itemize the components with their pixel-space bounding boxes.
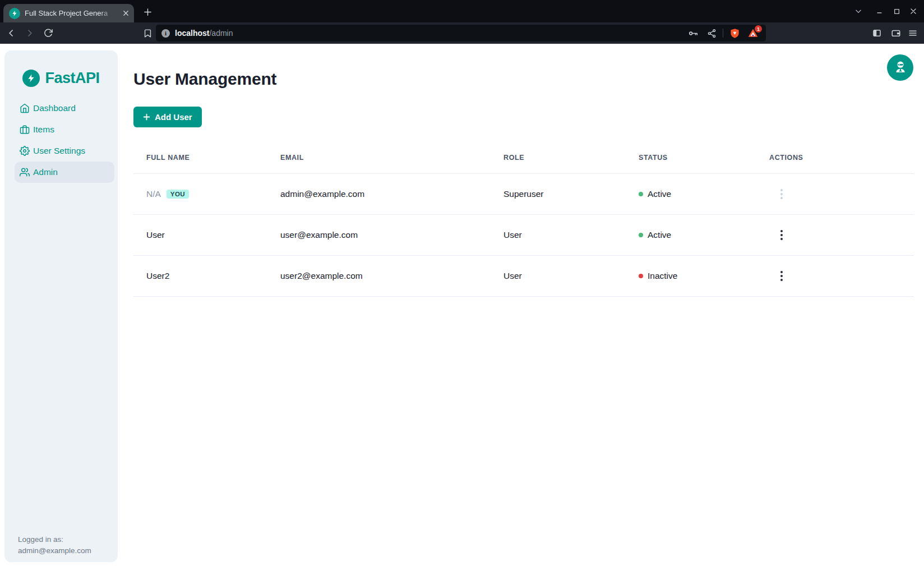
status-dot bbox=[639, 233, 643, 237]
email-cell: user2@example.com bbox=[280, 271, 503, 281]
row-actions-kebab-icon[interactable] bbox=[774, 268, 789, 284]
address-bar-actions: 1 bbox=[686, 26, 760, 40]
wallet-icon[interactable] bbox=[888, 25, 904, 42]
col-header-full-name: FULL NAME bbox=[133, 154, 280, 162]
saved-password-key-icon[interactable] bbox=[686, 26, 700, 40]
url-path: /admin bbox=[209, 29, 233, 38]
share-icon[interactable] bbox=[704, 26, 719, 40]
logged-in-email: admin@example.com bbox=[18, 545, 91, 556]
rewards-notification-badge: 1 bbox=[755, 25, 762, 33]
sidebar-item-items[interactable]: Items bbox=[15, 119, 114, 140]
page-content: FastAPI Dashboard Items bbox=[0, 44, 924, 575]
user-astronaut-icon bbox=[894, 60, 907, 75]
status-cell: Inactive bbox=[639, 271, 769, 281]
forward-icon[interactable] bbox=[21, 25, 38, 42]
sidebar-item-label: Items bbox=[33, 125, 54, 135]
site-info-icon[interactable]: i bbox=[161, 29, 170, 38]
role-cell: User bbox=[503, 230, 639, 240]
sidebar-item-dashboard[interactable]: Dashboard bbox=[15, 98, 114, 119]
page-title: User Management bbox=[133, 70, 276, 89]
sidebar-toggle-icon[interactable] bbox=[868, 25, 885, 42]
tab-title: Full Stack Project Genera bbox=[25, 9, 116, 17]
tab-search-chevron-icon[interactable] bbox=[850, 3, 867, 20]
table-row: User2 user2@example.com User Inactive bbox=[133, 256, 914, 297]
new-tab-button[interactable] bbox=[140, 4, 155, 19]
briefcase-icon bbox=[20, 125, 30, 135]
status-label: Active bbox=[648, 189, 671, 199]
url-host: localhost bbox=[175, 29, 209, 38]
actions-cell bbox=[769, 227, 914, 243]
full-name-value: N/A bbox=[146, 189, 161, 199]
actions-cell bbox=[769, 268, 914, 284]
lightning-bolt-favicon-icon bbox=[9, 8, 20, 19]
status-cell: Active bbox=[639, 189, 769, 199]
you-badge: YOU bbox=[167, 190, 189, 199]
users-table: FULL NAME EMAIL ROLE STATUS ACTIONS N/AY… bbox=[133, 142, 914, 297]
row-actions-kebab-icon bbox=[774, 186, 789, 202]
email-cell: user@example.com bbox=[280, 230, 503, 240]
sidebar-item-label: Dashboard bbox=[33, 103, 76, 113]
logged-in-label: Logged in as: bbox=[18, 534, 91, 545]
divider bbox=[723, 29, 723, 38]
role-cell: Superuser bbox=[503, 189, 639, 199]
close-window-icon[interactable] bbox=[905, 3, 922, 20]
maximize-icon[interactable] bbox=[888, 3, 905, 20]
home-icon bbox=[20, 103, 30, 113]
window-controls bbox=[850, 0, 922, 22]
minimize-icon[interactable] bbox=[871, 3, 888, 20]
col-header-role: ROLE bbox=[503, 154, 639, 162]
status-dot bbox=[639, 192, 643, 196]
app-sidebar: FastAPI Dashboard Items bbox=[4, 50, 118, 562]
status-dot bbox=[639, 274, 643, 278]
col-header-actions: ACTIONS bbox=[769, 154, 914, 162]
address-bar[interactable]: i localhost/admin 1 bbox=[156, 25, 766, 42]
browser-window: Full Stack Project Genera bbox=[0, 0, 924, 575]
email-cell: admin@example.com bbox=[280, 189, 503, 199]
bookmark-icon[interactable] bbox=[139, 25, 156, 42]
table-header-row: FULL NAME EMAIL ROLE STATUS ACTIONS bbox=[133, 142, 914, 174]
back-icon[interactable] bbox=[3, 25, 20, 42]
reload-icon[interactable] bbox=[40, 25, 57, 42]
plus-icon bbox=[143, 113, 150, 121]
sidebar-item-admin[interactable]: Admin bbox=[15, 162, 114, 183]
row-actions-kebab-icon[interactable] bbox=[774, 227, 789, 243]
logo-text: FastAPI bbox=[45, 70, 99, 87]
tab-close-icon[interactable] bbox=[121, 8, 131, 19]
table-row: User user@example.com User Active bbox=[133, 215, 914, 256]
status-label: Active bbox=[648, 230, 671, 240]
user-menu-button[interactable] bbox=[887, 54, 913, 81]
status-cell: Active bbox=[639, 230, 769, 240]
tab-strip: Full Stack Project Genera bbox=[0, 0, 924, 22]
sidebar-item-user-settings[interactable]: User Settings bbox=[15, 140, 114, 162]
full-name-cell: User2 bbox=[133, 271, 280, 281]
sidebar-nav: Dashboard Items User Settings bbox=[4, 98, 118, 183]
status-label: Inactive bbox=[648, 271, 677, 281]
browser-toolbar: i localhost/admin 1 bbox=[0, 22, 924, 44]
col-header-status: STATUS bbox=[639, 154, 769, 162]
menu-hamburger-icon[interactable] bbox=[904, 25, 921, 42]
full-name-cell: User bbox=[133, 230, 280, 240]
browser-tab[interactable]: Full Stack Project Genera bbox=[3, 4, 134, 22]
gear-icon bbox=[20, 146, 30, 156]
full-name-cell: N/AYOU bbox=[133, 189, 280, 199]
users-icon bbox=[20, 167, 30, 177]
lightning-bolt-logo-icon bbox=[22, 70, 40, 87]
role-cell: User bbox=[503, 271, 639, 281]
brave-shield-icon[interactable] bbox=[727, 26, 742, 40]
table-row: N/AYOU admin@example.com Superuser Activ… bbox=[133, 174, 914, 215]
add-user-button[interactable]: Add User bbox=[133, 107, 202, 127]
url-text: localhost/admin bbox=[175, 29, 233, 38]
brave-rewards-icon[interactable]: 1 bbox=[746, 26, 760, 40]
fastapi-logo: FastAPI bbox=[4, 70, 118, 87]
sidebar-item-label: Admin bbox=[33, 167, 58, 177]
sidebar-item-label: User Settings bbox=[33, 146, 85, 156]
col-header-email: EMAIL bbox=[280, 154, 503, 162]
add-user-label: Add User bbox=[155, 112, 192, 122]
logged-in-footer: Logged in as: admin@example.com bbox=[18, 534, 91, 556]
actions-cell bbox=[769, 186, 914, 202]
